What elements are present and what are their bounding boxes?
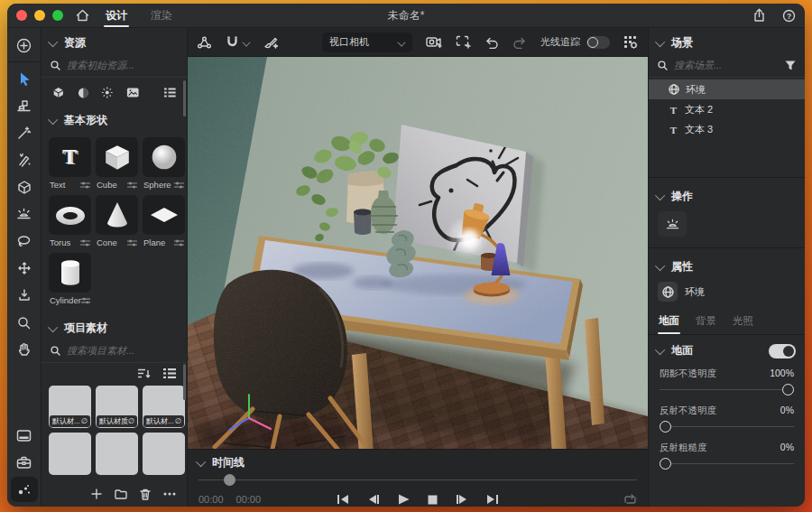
- shape-card-text[interactable]: TT Text: [49, 137, 91, 191]
- tab-design[interactable]: 设计: [104, 4, 129, 29]
- timeline-scrubber[interactable]: [198, 474, 637, 487]
- close-window-button[interactable]: [16, 10, 27, 21]
- images-category-icon[interactable]: [126, 87, 139, 98]
- undo-icon[interactable]: [484, 36, 499, 49]
- shape-card-cylinder[interactable]: Cylinder: [49, 253, 91, 306]
- slider-knob[interactable]: [660, 458, 671, 470]
- tab-render[interactable]: 渲染: [149, 4, 174, 29]
- scene-section-header[interactable]: 场景: [649, 28, 805, 56]
- skip-end-icon[interactable]: [486, 494, 499, 505]
- add-action-button[interactable]: [658, 211, 687, 237]
- snap-control[interactable]: [226, 35, 250, 49]
- material-thumb[interactable]: [143, 433, 185, 475]
- slider-track[interactable]: [660, 420, 794, 434]
- help-icon[interactable]: ?: [782, 9, 796, 23]
- frame-view-icon[interactable]: [456, 35, 471, 49]
- add-camera-icon[interactable]: [426, 35, 442, 49]
- step-forward-icon[interactable]: [456, 494, 468, 505]
- slider-track[interactable]: [660, 383, 794, 397]
- scene-item-environment[interactable]: 环境: [649, 79, 805, 99]
- shape-options-icon[interactable]: [80, 239, 90, 247]
- select-tool[interactable]: [11, 66, 38, 91]
- folder-icon[interactable]: [115, 489, 127, 499]
- library-panel-button[interactable]: [11, 423, 38, 448]
- shape-card-cone[interactable]: Cone: [96, 195, 138, 248]
- toolbox-panel-button[interactable]: [11, 450, 38, 475]
- shapes-library-tool[interactable]: [11, 93, 38, 118]
- panel-scrollbar[interactable]: [183, 364, 186, 400]
- pan-hand-tool[interactable]: [11, 337, 38, 362]
- cube-tool[interactable]: [11, 174, 38, 200]
- properties-section-header[interactable]: 属性: [649, 252, 805, 280]
- project-assets-search-input[interactable]: [67, 345, 178, 356]
- raytracing-toggle[interactable]: [586, 36, 610, 49]
- sort-icon[interactable]: [138, 368, 151, 378]
- ai-pen-tool[interactable]: [11, 147, 38, 172]
- add-asset-icon[interactable]: [91, 489, 102, 499]
- shape-card-sphere[interactable]: Sphere: [143, 137, 185, 191]
- ground-section-header[interactable]: 地面: [649, 335, 805, 362]
- skip-start-icon[interactable]: [337, 494, 349, 505]
- minimize-window-button[interactable]: [34, 10, 45, 21]
- list-view-icon[interactable]: [164, 88, 176, 98]
- materials-category-icon[interactable]: [78, 87, 89, 99]
- particles-panel-button[interactable]: [11, 477, 38, 502]
- timeline-header[interactable]: 时间线: [198, 455, 637, 470]
- lasso-tool[interactable]: [11, 228, 38, 254]
- material-thumb[interactable]: [96, 433, 138, 475]
- home-icon[interactable]: [76, 9, 89, 22]
- ground-toggle[interactable]: [769, 344, 796, 358]
- move-tool[interactable]: [11, 256, 38, 281]
- material-thumb[interactable]: 默认材...∅: [49, 386, 91, 428]
- trash-icon[interactable]: [140, 489, 151, 500]
- add-object-button[interactable]: [11, 33, 38, 58]
- material-paint-icon[interactable]: [263, 35, 279, 50]
- selected-object-row[interactable]: 环境: [649, 280, 805, 309]
- play-icon[interactable]: [398, 494, 410, 505]
- assets-section-header[interactable]: 资源: [42, 28, 187, 56]
- redo-icon[interactable]: [512, 36, 527, 49]
- lights-category-icon[interactable]: [101, 86, 114, 99]
- filter-icon[interactable]: [785, 61, 796, 70]
- more-options-icon[interactable]: [163, 492, 176, 496]
- tab-background[interactable]: 背景: [695, 311, 717, 334]
- tab-ground[interactable]: 地面: [658, 311, 680, 334]
- render-settings-icon[interactable]: [623, 35, 639, 50]
- shape-options-icon[interactable]: [80, 182, 90, 189]
- material-thumb[interactable]: 默认材...∅: [143, 386, 185, 428]
- scene-search-input[interactable]: [674, 60, 779, 70]
- gizmo-space-icon[interactable]: [197, 35, 212, 50]
- scene-item-text3[interactable]: T 文本 3: [649, 119, 805, 139]
- basic-shapes-header[interactable]: 基本形状: [42, 106, 187, 134]
- panel-scrollbar[interactable]: [183, 80, 186, 116]
- material-thumb[interactable]: 默认材质∅: [96, 386, 138, 428]
- shape-options-icon[interactable]: [127, 182, 137, 189]
- list-view-icon[interactable]: [163, 368, 176, 378]
- share-icon[interactable]: [752, 8, 766, 23]
- shape-options-icon[interactable]: [81, 297, 90, 304]
- assets-search-input[interactable]: [67, 60, 178, 70]
- shape-card-torus[interactable]: Torus: [49, 195, 91, 248]
- zoom-tool[interactable]: [11, 310, 38, 335]
- objects-category-icon[interactable]: [52, 86, 65, 99]
- playhead-knob[interactable]: [224, 474, 235, 486]
- material-thumb[interactable]: [49, 433, 91, 475]
- zoom-window-button[interactable]: [52, 10, 63, 21]
- viewport-3d-scene[interactable]: [188, 57, 648, 449]
- tab-lighting[interactable]: 光照: [732, 311, 754, 334]
- scene-item-text2[interactable]: T 文本 2: [649, 99, 805, 119]
- shape-options-icon[interactable]: [174, 182, 184, 189]
- import-tool[interactable]: [11, 283, 38, 308]
- stop-icon[interactable]: [428, 495, 438, 505]
- slider-knob[interactable]: [660, 421, 671, 433]
- light-tool[interactable]: [11, 201, 38, 227]
- magic-wand-tool[interactable]: [11, 120, 38, 145]
- step-back-icon[interactable]: [367, 494, 380, 505]
- slider-knob[interactable]: [782, 384, 794, 396]
- shape-card-cube[interactable]: Cube: [96, 137, 138, 191]
- actions-section-header[interactable]: 操作: [649, 182, 805, 209]
- shape-card-plane[interactable]: Plane: [143, 195, 185, 248]
- project-assets-header[interactable]: 项目素材: [42, 313, 187, 341]
- slider-track[interactable]: [660, 457, 794, 471]
- camera-dropdown[interactable]: 视口相机: [322, 33, 412, 52]
